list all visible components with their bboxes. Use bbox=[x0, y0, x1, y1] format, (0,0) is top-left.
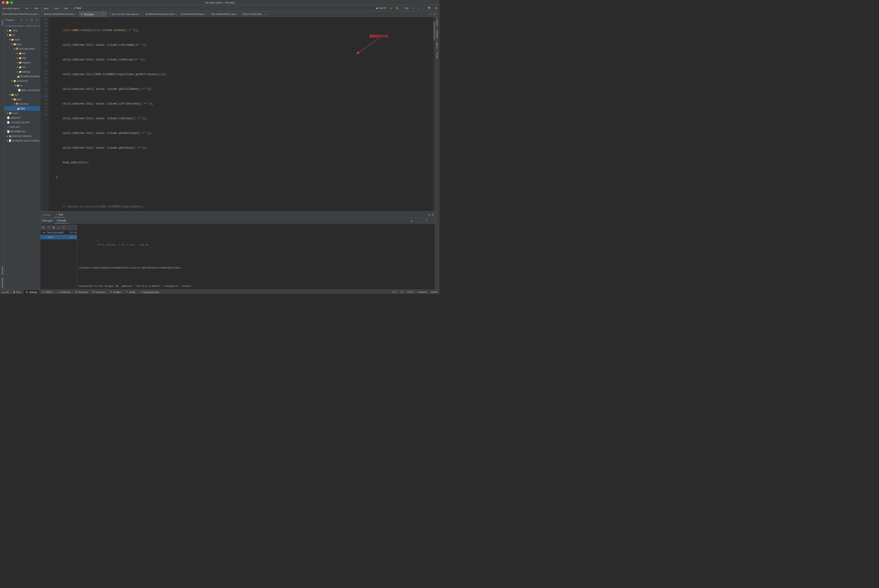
tab-close-icon[interactable]: ✕ bbox=[264, 13, 266, 15]
git-check[interactable]: ✓ bbox=[411, 6, 416, 10]
breadcrumb-com[interactable]: com bbox=[52, 6, 60, 10]
settings-icon[interactable]: ⚙ bbox=[428, 213, 431, 217]
code-content[interactable]: cells.add(new Cell( value: column.isJoin… bbox=[48, 17, 433, 212]
tab-close-icon[interactable]: ✕ bbox=[140, 13, 141, 15]
tab-Test[interactable]: Test.java ✕ bbox=[79, 12, 106, 17]
tree-en[interactable]: ▾ 📁 en bbox=[4, 83, 40, 88]
tab-close-icon[interactable]: ✕ bbox=[237, 13, 238, 15]
profiler-bottom-tab[interactable]: ⏱ Profiler bbox=[108, 290, 124, 294]
tree-wall-spi[interactable]: ▸ 📁 wall.spi bbox=[4, 69, 40, 74]
tab-pom-xml[interactable]: 🎵 pom.xml (sql-value-parse) ✕ bbox=[106, 12, 143, 17]
minimize-button[interactable] bbox=[6, 1, 9, 4]
settings-icon[interactable]: ⚙ bbox=[434, 6, 439, 10]
filter-btn[interactable]: ☰ bbox=[424, 219, 429, 223]
tree-pom[interactable]: 🎵 pom.xml bbox=[4, 124, 40, 129]
debug-bottom-tab[interactable]: 🐛 Debug bbox=[23, 290, 39, 294]
git-pull[interactable]: ↓ bbox=[422, 6, 426, 10]
tab-SchemaResolveVisitorFactory[interactable]: SchemaResolveVisitorFactory.java ✕ bbox=[0, 12, 42, 17]
spring-tab[interactable]: Spring bbox=[435, 51, 440, 60]
tree-stat[interactable]: ▸ 📁 stat bbox=[4, 56, 40, 60]
tree-main-java[interactable]: ▾ 📁 java bbox=[4, 42, 40, 46]
tree-scratches[interactable]: ▸ 📝 Scratches and Consoles bbox=[4, 138, 40, 143]
project-name[interactable]: sql-value-parse bbox=[1, 6, 21, 10]
breadcrumb-src[interactable]: src bbox=[24, 6, 30, 10]
breadcrumb-test2[interactable]: test bbox=[63, 6, 70, 10]
run-bottom-tab[interactable]: ▶ Run bbox=[11, 290, 23, 294]
vtab-bookmarks[interactable]: Bookmarks bbox=[1, 276, 4, 290]
search-icon[interactable]: 🔍 bbox=[427, 6, 433, 10]
tab-SchemaStatVisitor[interactable]: SchemaStatVisitor.java ✕ bbox=[179, 12, 209, 17]
scroll-btn[interactable]: ↓ bbox=[414, 219, 419, 223]
tree-target[interactable]: ▸ 📁 target bbox=[4, 111, 40, 115]
editor-scrollbar[interactable] bbox=[433, 17, 435, 212]
console-output[interactable]: ✔ Tests passed: 1 of 1 test – 109 ms /Li… bbox=[77, 224, 435, 290]
tab-DruidRuntimeException[interactable]: DruidRuntimeException.java ✕ bbox=[143, 12, 179, 17]
tree-test[interactable]: ▾ 📁 test bbox=[4, 92, 40, 97]
scrollbar-thumb[interactable] bbox=[434, 22, 435, 40]
tree-encrypt-key[interactable]: 📄 _encrypt_key.xml bbox=[4, 120, 40, 124]
debugger-subtab[interactable]: Debugger bbox=[40, 218, 55, 224]
expand-icon[interactable]: ⤢ bbox=[436, 13, 439, 16]
tab-close-icon[interactable]: ✕ bbox=[103, 13, 105, 15]
tree-data-encrypt[interactable]: 📄 data_encrypt.properties bbox=[4, 88, 40, 92]
tree-root[interactable]: ▾ sql-value-parse ~/git/sql-value-parse bbox=[4, 23, 40, 28]
maven-tab[interactable]: Maven bbox=[435, 18, 440, 28]
tree-filter-btn[interactable]: ⊞ bbox=[62, 225, 66, 230]
run-config[interactable]: ▶ Test ▼ bbox=[375, 6, 388, 10]
test1-item[interactable]: ✔ test1 109 ms bbox=[40, 235, 77, 239]
problems-bottom-tab[interactable]: ⚠ Problems bbox=[54, 290, 73, 294]
todo-bottom-tab[interactable]: ☑ TODO bbox=[39, 290, 55, 294]
terminal-bottom-tab[interactable]: ⊞ Terminal bbox=[73, 290, 90, 294]
scroll-up-btn[interactable]: ↑ bbox=[419, 219, 424, 223]
breadcrumb-test[interactable]: test bbox=[33, 6, 40, 10]
services-bottom-tab[interactable]: ⚙ Services bbox=[90, 290, 108, 294]
close-button[interactable] bbox=[2, 1, 4, 4]
tree-gitignore[interactable]: 📄 .gitignore bbox=[4, 115, 40, 120]
more-btn[interactable]: ⋮ bbox=[429, 219, 434, 223]
vtab-structure[interactable]: Structure bbox=[1, 265, 4, 276]
debug-tab-Test[interactable]: ✔ Test bbox=[54, 212, 65, 218]
git-bottom-tab[interactable]: ☁ Git bbox=[0, 290, 11, 294]
tree-DruidRuntimeException[interactable]: ☕ DruidRuntimeException bbox=[4, 74, 40, 78]
run-all-btn[interactable]: ▶ bbox=[41, 225, 46, 230]
expand-icon[interactable]: ▾ bbox=[44, 231, 46, 234]
tree-main[interactable]: ▾ 📁 main bbox=[4, 37, 40, 42]
tree-more-btn[interactable]: ⋮ bbox=[66, 225, 71, 230]
layout-icon[interactable]: ⊞ bbox=[434, 13, 436, 16]
sort-btn[interactable]: ≡ bbox=[24, 18, 29, 22]
tree-src[interactable]: ▾ 📁 src bbox=[4, 33, 40, 37]
tree-sort-btn[interactable]: ≡ bbox=[56, 225, 61, 230]
tab-close-icon[interactable]: ✕ bbox=[75, 13, 77, 15]
warning-icon[interactable]: ⚠ 1 bbox=[428, 13, 433, 16]
database-tab[interactable]: Database bbox=[435, 28, 440, 40]
tab-SQLUpdateSetItem[interactable]: SQLUpdateSetItem.java ✕ bbox=[209, 12, 241, 17]
tree-resources[interactable]: ▾ 📁 resources bbox=[4, 78, 40, 83]
git-push[interactable]: ↑ bbox=[417, 6, 421, 10]
tab-close-icon[interactable]: ✕ bbox=[206, 13, 207, 15]
test-suite-item[interactable]: ✔ ▾ Test (com.test) 109 ms bbox=[40, 230, 77, 235]
gradle-tab[interactable]: Gradle bbox=[435, 40, 440, 51]
breadcrumb-java[interactable]: java bbox=[42, 6, 50, 10]
tab-close-icon[interactable]: ✕ bbox=[175, 13, 177, 15]
tree-util[interactable]: ▸ 📁 util bbox=[4, 65, 40, 69]
tree-idea[interactable]: ▸ 📁 .idea bbox=[4, 28, 40, 33]
console-subtab[interactable]: Console bbox=[55, 218, 68, 224]
expand-icon[interactable]: ⊞ bbox=[432, 213, 434, 217]
breadcrumb-Test[interactable]: ✔ Test bbox=[72, 6, 82, 10]
tree-readme[interactable]: 📄 README.md bbox=[4, 129, 40, 134]
sync-btn[interactable]: ⟳ bbox=[19, 18, 24, 22]
tree-test-java[interactable]: ▾ 📁 java bbox=[4, 97, 40, 102]
vtab-project[interactable]: Project bbox=[1, 18, 4, 27]
tree-external-libs[interactable]: ▸ 📚 External Libraries bbox=[4, 134, 40, 138]
dependencies-bottom-tab[interactable]: ⬡ Dependencies bbox=[138, 290, 162, 294]
tab-MySQLUpdateStatement[interactable]: MySQLUpdateStatement.java ✕ bbox=[42, 12, 79, 17]
stop-btn[interactable]: ⏹ bbox=[51, 225, 56, 230]
build-bottom-tab[interactable]: 🔨 Build bbox=[124, 290, 138, 294]
tab-SQLInListExpr[interactable]: SQLInListExpr.java ✕ bbox=[240, 12, 268, 17]
gear-btn[interactable]: ⚙ bbox=[29, 18, 34, 22]
debug-button[interactable]: 🐛 bbox=[394, 6, 400, 10]
tree-com-test[interactable]: ▾ 📦 com.test bbox=[4, 102, 40, 106]
tree-sql[interactable]: ▸ 📁 sql bbox=[4, 51, 40, 56]
close-sidebar-btn[interactable]: ✕ bbox=[34, 18, 39, 22]
clear-console-btn[interactable]: 🗑 bbox=[409, 219, 414, 223]
